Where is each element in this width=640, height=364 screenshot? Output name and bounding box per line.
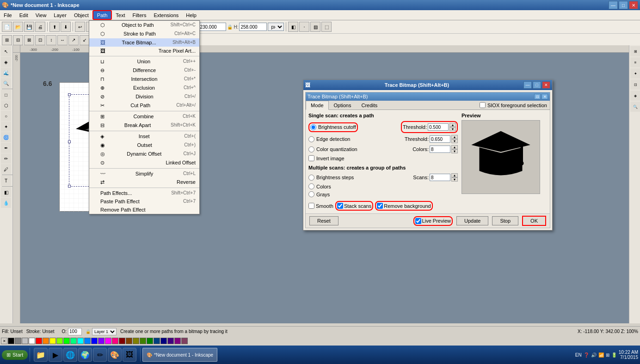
color-navy[interactable]	[160, 338, 167, 344]
minimize-button[interactable]: —	[609, 1, 618, 9]
dialog-outer-minimize[interactable]: —	[523, 81, 532, 89]
tab-credits[interactable]: Credits	[356, 101, 382, 109]
grays-radio[interactable]	[308, 191, 314, 197]
invert-checkbox[interactable]	[308, 155, 314, 161]
color-teal[interactable]	[154, 338, 160, 344]
import-btn[interactable]: ⬆	[49, 22, 60, 32]
save-btn[interactable]: 💾	[24, 22, 34, 32]
color-violet[interactable]	[98, 338, 105, 344]
taskbar-inkscape-app[interactable]: 🎨 *New document 1 - Inkscape	[142, 348, 217, 362]
dialog-outer-close[interactable]: ✕	[542, 81, 550, 89]
menu-filters[interactable]: Filters	[129, 10, 150, 20]
color-azure[interactable]	[84, 338, 91, 344]
reset-button[interactable]: Reset	[309, 216, 338, 225]
maximize-button[interactable]: □	[619, 1, 628, 9]
menu-inset[interactable]: ◈ Inset Ctrl+(	[89, 132, 199, 141]
tool-extra-5[interactable]: ↕	[46, 35, 56, 45]
menu-extensions[interactable]: Extensions	[150, 10, 182, 20]
menu-intersection[interactable]: ⊓ Intersection Ctrl+*	[89, 75, 199, 84]
export-btn[interactable]: ⬇	[61, 22, 71, 32]
tab-mode[interactable]: Mode	[306, 101, 329, 110]
color-cyan[interactable]	[77, 338, 84, 344]
brightness-radio[interactable]	[310, 124, 316, 130]
menu-reverse[interactable]: ⇄ Reverse	[89, 178, 199, 187]
menu-object-to-path[interactable]: ⬡ Object to Path Shift+Ctrl+C	[89, 21, 199, 30]
tool-extra-1[interactable]: ⊞	[2, 35, 12, 45]
scans-spin-up[interactable]: ▲	[451, 173, 458, 177]
tool-pen[interactable]: ✒	[1, 143, 11, 153]
tool-extra-3[interactable]: ⊠	[24, 35, 34, 45]
menu-combine[interactable]: ⊞ Combine Ctrl+K	[89, 112, 199, 121]
tool-extra-6[interactable]: ↔	[57, 35, 68, 45]
brightness-spin-up[interactable]: ▲	[449, 123, 456, 127]
tool-spiral[interactable]: 🌀	[1, 132, 11, 142]
start-button[interactable]: ⊞ Start	[2, 350, 28, 360]
edge-radio[interactable]	[308, 136, 314, 142]
color-black[interactable]	[8, 338, 14, 344]
dialog-inner-restore[interactable]: ⊡	[534, 94, 541, 99]
dialog-outer-maximize[interactable]: □	[533, 81, 541, 89]
menu-path[interactable]: Path	[92, 10, 112, 20]
color-white[interactable]	[29, 338, 35, 344]
tool-extra-4[interactable]: ⊡	[35, 35, 45, 45]
edge-spin-up[interactable]: ▲	[451, 135, 458, 139]
right-tool-3[interactable]: ✦	[630, 68, 640, 79]
stack-scans-checkbox[interactable]	[337, 203, 343, 209]
tool-node[interactable]: ◈	[1, 57, 11, 67]
menu-edit[interactable]: Edit	[16, 10, 32, 20]
menu-text[interactable]: Text	[112, 10, 129, 20]
color-maroon[interactable]	[119, 338, 125, 344]
tab-options[interactable]: Options	[329, 101, 357, 109]
colors-spin-down[interactable]: ▼	[451, 149, 458, 153]
distribute-btn[interactable]: ⬚	[321, 22, 332, 32]
menu-object[interactable]: Object	[70, 10, 92, 20]
multi-colors-radio[interactable]	[308, 183, 314, 189]
scans-input[interactable]	[430, 174, 450, 181]
new-btn[interactable]: 📄	[2, 22, 12, 32]
right-tool-4[interactable]: ⊡	[630, 79, 640, 90]
layer-select[interactable]: Layer 1	[92, 328, 117, 335]
menu-exclusion[interactable]: ⊕ Exclusion Ctrl+^	[89, 84, 199, 92]
quicklaunch-browser[interactable]: 🌐	[63, 348, 77, 362]
tool-circle[interactable]: ○	[1, 111, 11, 121]
tool-star[interactable]: ✦	[1, 121, 11, 132]
menu-outset[interactable]: ◉ Outset Ctrl+)	[89, 141, 199, 150]
w-input[interactable]	[198, 23, 226, 31]
tool-extra-8[interactable]: ↙	[80, 35, 90, 45]
remove-bg-checkbox[interactable]	[377, 203, 383, 209]
brightness-threshold-input[interactable]	[428, 123, 449, 131]
quicklaunch-media[interactable]: ▶	[49, 348, 62, 362]
ok-button[interactable]: OK	[522, 216, 546, 226]
color-dark-lime[interactable]	[140, 338, 146, 344]
colors-input[interactable]	[430, 146, 450, 153]
menu-file[interactable]: File	[0, 10, 16, 20]
menu-view[interactable]: View	[32, 10, 50, 20]
color-lime[interactable]	[56, 338, 63, 344]
color-rose[interactable]	[112, 338, 118, 344]
tool-3d[interactable]: ⬡	[1, 100, 11, 110]
brightness-steps-radio[interactable]	[308, 175, 314, 181]
color-quant-radio[interactable]	[308, 146, 314, 152]
tool-tweak[interactable]: 🌊	[1, 67, 11, 78]
tool-select[interactable]: ↖	[1, 46, 11, 56]
menu-path-effects[interactable]: Path Effects... Shift+Ctrl+7	[89, 189, 199, 197]
dialog-inner-close[interactable]: ✕	[542, 94, 548, 99]
no-color-swatch[interactable]: ✕	[1, 338, 7, 344]
edge-spin-down[interactable]: ▼	[451, 139, 458, 143]
menu-simplify[interactable]: 〰 Simplify Ctrl+L	[89, 170, 199, 178]
update-button[interactable]: Update	[456, 216, 488, 225]
quicklaunch-app[interactable]: 🎨	[108, 348, 122, 362]
color-yellow[interactable]	[49, 338, 56, 344]
menu-layer[interactable]: Layer	[50, 10, 70, 20]
menu-paste-path-effect[interactable]: Paste Path Effect Ctrl+7	[89, 197, 199, 206]
tool-extra-7[interactable]: ↗	[68, 35, 79, 45]
smooth-checkbox[interactable]	[308, 203, 314, 209]
menu-trace-bitmap[interactable]: 🖼 Trace Bitmap... Shift+Alt+B	[89, 38, 199, 47]
edge-threshold-input[interactable]	[430, 135, 450, 143]
tool-calligraphy[interactable]: 🖊	[1, 164, 11, 174]
menu-cut-path[interactable]: ✂ Cut Path Ctrl+Alt+/	[89, 101, 199, 110]
quicklaunch-extra[interactable]: 🖼	[123, 348, 136, 362]
color-green[interactable]	[63, 338, 70, 344]
right-tool-2[interactable]: ≡	[630, 57, 640, 67]
color-gray[interactable]	[15, 338, 21, 344]
